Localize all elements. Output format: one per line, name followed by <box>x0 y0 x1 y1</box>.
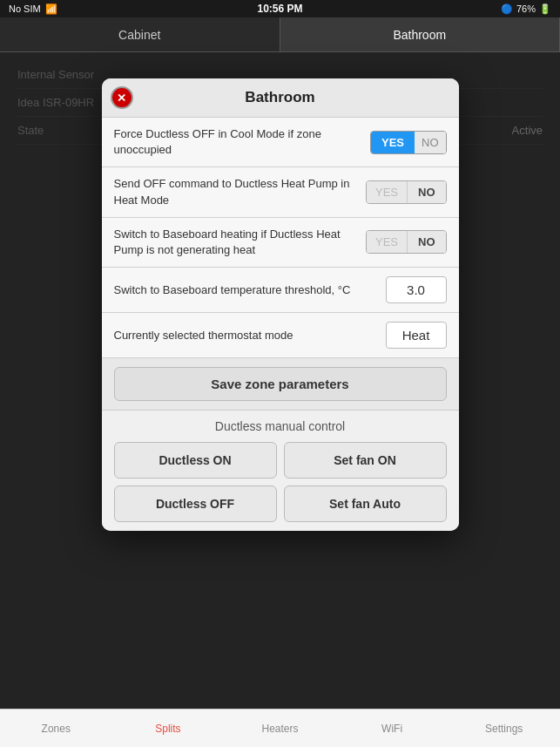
manual-control-grid: Ductless ON Set fan ON Ductless OFF Set … <box>114 442 447 522</box>
battery-icon: 🔋 <box>539 3 551 15</box>
status-bar: No SIM 📶 10:56 PM 🔵 76% 🔋 <box>0 0 560 17</box>
toggle-no-active[interactable]: NO <box>407 181 446 203</box>
status-time: 10:56 PM <box>257 3 302 15</box>
thermostat-mode-input[interactable] <box>386 322 447 349</box>
setting-label-thermostat: Currently selected thermostat mode <box>114 328 386 343</box>
set-fan-auto-button[interactable]: Set fan Auto <box>284 486 447 522</box>
modal-dialog: ✕ Bathroom Force Ductless OFF in Cool Mo… <box>102 78 459 531</box>
setting-label-temp: Switch to Baseboard temperature threshol… <box>114 282 386 298</box>
bottom-tab-bar: Zones Splits Heaters WiFi Settings <box>0 709 560 747</box>
toggle-yes-inactive[interactable]: YES <box>367 181 407 203</box>
manual-control-section: Ductless manual control Ductless ON Set … <box>102 411 459 531</box>
setting-label-switch-baseboard: Switch to Baseboard heating if Ductless … <box>114 227 366 258</box>
setting-row-switch-baseboard: Switch to Baseboard heating if Ductless … <box>102 218 459 268</box>
toggle-send-off[interactable]: YES NO <box>366 180 447 204</box>
setting-row-temp-threshold: Switch to Baseboard temperature threshol… <box>102 268 459 313</box>
manual-control-title: Ductless manual control <box>114 419 447 433</box>
tab-zones[interactable]: Zones <box>0 710 112 747</box>
status-left: No SIM 📶 <box>9 3 57 15</box>
setting-label-force-ductless: Force Ductless OFF in Cool Mode if zone … <box>114 126 370 158</box>
toggle-no-option[interactable]: NO <box>415 132 446 153</box>
setting-label-send-off: Send OFF command to Ductless Heat Pump i… <box>114 176 366 207</box>
save-btn-row: Save zone parameters <box>102 358 459 411</box>
modal-body: Force Ductless OFF in Cool Mode if zone … <box>102 118 459 531</box>
toggle-yes-inactive-2[interactable]: YES <box>367 231 407 253</box>
tab-settings[interactable]: Settings <box>448 710 560 747</box>
wifi-icon: 📶 <box>45 3 57 15</box>
status-right: 🔵 76% 🔋 <box>501 3 551 15</box>
set-fan-on-button[interactable]: Set fan ON <box>284 442 447 479</box>
main-area: Internal Sensor Idea ISR-09HR State Acti… <box>0 52 560 709</box>
tab-bathroom[interactable]: Bathroom <box>280 17 561 51</box>
toggle-force-ductless[interactable]: YES NO <box>370 131 447 154</box>
ductless-on-button[interactable]: Ductless ON <box>114 442 277 479</box>
temp-threshold-input[interactable] <box>386 276 447 303</box>
ductless-off-button[interactable]: Ductless OFF <box>114 486 277 522</box>
setting-row-force-ductless-off: Force Ductless OFF in Cool Mode if zone … <box>102 118 459 167</box>
toggle-switch-baseboard[interactable]: YES NO <box>366 230 447 254</box>
setting-row-thermostat-mode: Currently selected thermostat mode <box>102 313 459 358</box>
signal-label: No SIM <box>9 3 41 14</box>
save-zone-parameters-button[interactable]: Save zone parameters <box>114 367 447 401</box>
battery-label: 76% <box>516 3 536 14</box>
top-tab-bar: Cabinet Bathroom <box>0 17 560 52</box>
tab-splits[interactable]: Splits <box>112 710 225 747</box>
toggle-yes-option[interactable]: YES <box>371 132 415 153</box>
tab-heaters[interactable]: Heaters <box>224 710 336 747</box>
close-button[interactable]: ✕ <box>111 86 133 109</box>
tab-cabinet[interactable]: Cabinet <box>0 17 280 51</box>
modal-title: Bathroom <box>245 89 314 105</box>
toggle-no-active-2[interactable]: NO <box>407 231 446 253</box>
setting-row-send-off: Send OFF command to Ductless Heat Pump i… <box>102 167 459 217</box>
tab-wifi[interactable]: WiFi <box>336 710 449 747</box>
modal-header: ✕ Bathroom <box>102 78 459 118</box>
bluetooth-icon: 🔵 <box>501 3 513 15</box>
